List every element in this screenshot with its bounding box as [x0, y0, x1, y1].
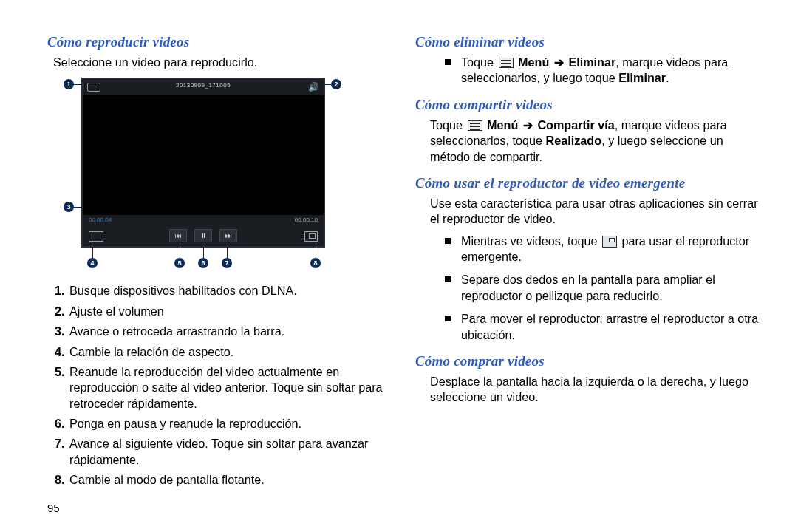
video-frame: 20130909_171005 🔊 00.00.04 00.00.10 ⏮ ⏸ …	[81, 78, 325, 248]
step-6: Ponga en pausa y reanude la reproducción…	[68, 416, 396, 432]
action-label: Eliminar	[568, 55, 615, 69]
callout-line	[227, 243, 228, 258]
callout-line	[180, 243, 180, 258]
menu-icon	[468, 120, 482, 131]
page: Cómo reproducir videos Seleccione un vid…	[0, 0, 798, 532]
step-5: Reanude la reproducción del video actual…	[68, 364, 396, 412]
video-player-figure: 1 2 3 20130909_171005 🔊 00.00.04 00.00.1…	[62, 78, 338, 271]
heading-play-videos: Cómo reproducir videos	[47, 34, 396, 50]
intro-text: Seleccione un video para reproducirlo.	[53, 55, 396, 70]
volume-icon: 🔊	[308, 82, 319, 92]
popup-intro: Use esta característica para usar otras …	[430, 196, 764, 228]
action-label: Compartir vía	[537, 118, 614, 132]
text: Mientras ve videos, toque	[461, 234, 601, 248]
video-filename: 20130909_171005	[83, 82, 324, 89]
delete-list: Toque Menú ➔ Eliminar, marque videos par…	[445, 55, 764, 86]
prev-button: ⏮	[169, 229, 187, 242]
callout-line	[92, 242, 93, 258]
video-topbar: 20130909_171005 🔊	[83, 79, 324, 95]
left-column: Cómo reproducir videos Seleccione un vid…	[47, 30, 396, 514]
arrow-icon: ➔	[553, 55, 565, 70]
final-label: Eliminar	[618, 71, 666, 84]
playback-buttons: ⏮ ⏸ ⏭	[83, 229, 324, 242]
video-controlbar: 00.00.04 00.00.10 ⏮ ⏸ ⏭	[83, 215, 324, 246]
popup-item-3: Para mover el reproductor, arrastre el r…	[445, 311, 764, 343]
heading-buy-videos: Cómo comprar videos	[415, 353, 764, 369]
popup-mode-icon	[304, 231, 318, 242]
arrow-icon: ➔	[522, 117, 534, 133]
steps-list: Busque dispositivos habilitados con DLNA…	[53, 283, 396, 488]
text: .	[666, 71, 669, 84]
popup-item-2: Separe dos dedos en la pantalla para amp…	[445, 272, 764, 304]
text: Toque	[430, 118, 466, 132]
callout-line	[316, 242, 316, 258]
right-column: Cómo eliminar videos Toque Menú ➔ Elimin…	[415, 30, 764, 514]
heading-share-videos: Cómo compartir videos	[415, 97, 764, 113]
step-2: Ajuste el volumen	[68, 304, 396, 319]
share-body: Toque Menú ➔ Compartir vía, marque video…	[430, 117, 764, 165]
step-4: Cambie la relación de aspecto.	[68, 344, 396, 360]
step-7: Avance al siguiente video. Toque sin sol…	[68, 436, 396, 468]
step-3: Avance o retroceda arrastrando la barra.	[68, 324, 396, 339]
step-8: Cambie al modo de pantalla flotante.	[68, 472, 396, 488]
delete-item: Toque Menú ➔ Eliminar, marque videos par…	[445, 55, 764, 86]
time-current: 00.00.04	[89, 216, 112, 223]
callout-2: 2	[331, 79, 341, 89]
popup-list: Mientras ve videos, toque para usar el r…	[445, 233, 764, 343]
menu-label: Menú	[518, 55, 549, 69]
heading-popup-player: Cómo usar el reproductor de video emerge…	[415, 175, 764, 191]
columns: Cómo reproducir videos Seleccione un vid…	[47, 30, 768, 514]
menu-label: Menú	[487, 118, 518, 132]
popup-player-icon	[602, 236, 617, 248]
step-1: Busque dispositivos habilitados con DLNA…	[68, 283, 396, 299]
done-label: Realizado	[546, 134, 602, 147]
next-button: ⏭	[219, 229, 237, 242]
popup-item-1: Mientras ve videos, toque para usar el r…	[445, 233, 764, 265]
buy-body: Desplace la pantalla hacia la izquierda …	[430, 374, 764, 406]
menu-icon	[499, 58, 514, 68]
time-total: 00.00.10	[295, 216, 318, 223]
page-number: 95	[47, 502, 396, 514]
pause-button: ⏸	[194, 229, 212, 242]
text: Toque	[461, 55, 497, 69]
heading-delete-videos: Cómo eliminar videos	[415, 34, 764, 50]
callout-line	[203, 243, 204, 258]
